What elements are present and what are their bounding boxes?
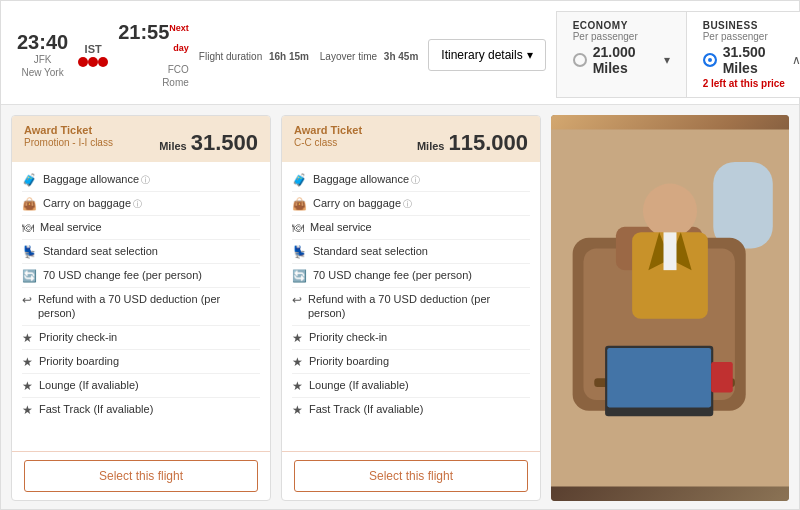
next-day-label: Next day [169,23,189,53]
meal-icon-2: 🍽 [292,221,304,235]
info-icon: ⓘ [411,175,420,185]
feature-checkin-2: ★ Priority check-in [292,326,530,350]
feature-refund-1: ↩ Refund with a 70 USD deduction (per pe… [22,288,260,326]
business-radio[interactable] [703,53,717,67]
select-flight-2[interactable]: Select this flight [294,460,528,492]
seat-icon-1: 💺 [22,245,37,259]
feature-meal-2: 🍽 Meal service [292,216,530,240]
card-header-1: Award Ticket Promotion - I-I class Miles… [12,116,270,162]
lounge-icon-1: ★ [22,379,33,393]
feature-track-1: ★ Fast Track (If avaliable) [22,398,260,421]
boarding-icon-2: ★ [292,355,303,369]
feature-boarding-1: ★ Priority boarding [22,350,260,374]
arrival-time: 21:55Next day [118,22,189,62]
carry-icon-1: 👜 [22,197,37,211]
feature-baggage-1: 🧳 Baggage allowanceⓘ [22,168,260,192]
feature-boarding-2: ★ Priority boarding [292,350,530,374]
business-miles-row: 31.500 Miles ∧ [703,44,800,76]
feature-change-1: 🔄 70 USD change fee (per person) [22,264,260,288]
departure-city: New York [17,67,68,78]
flight-times: 23:40 JFK New York IST 21:55Next day FC [17,22,189,88]
svg-rect-15 [711,362,733,392]
business-class-image [551,115,789,501]
change-icon-2: 🔄 [292,269,307,283]
svg-rect-12 [664,232,677,270]
arrival-dot [98,57,108,67]
cards-area: Award Ticket Promotion - I-I class Miles… [1,105,799,509]
checkin-icon-2: ★ [292,331,303,345]
departure-dot [78,57,88,67]
itinerary-button[interactable]: Itinerary details ▾ [428,39,545,71]
tab-economy[interactable]: ECONOMY Per passenger 21.000 Miles ▾ [557,12,687,97]
stop-dot [88,57,98,67]
feature-carry-2: 👜 Carry on baggageⓘ [292,192,530,216]
tab-business[interactable]: BUSINESS Per passenger 31.500 Miles ∧ 2 … [687,12,800,97]
change-icon-1: 🔄 [22,269,37,283]
feature-meal-1: 🍽 Meal service [22,216,260,240]
feature-baggage-2: 🧳 Baggage allowanceⓘ [292,168,530,192]
info-icon: ⓘ [403,199,412,209]
baggage-icon-1: 🧳 [22,173,37,187]
departure-block: 23:40 JFK New York [17,32,68,78]
info-icon: ⓘ [133,199,142,209]
feature-checkin-1: ★ Priority check-in [22,326,260,350]
economy-radio[interactable] [573,53,587,67]
arrival-city: Rome [118,77,189,88]
lounge-icon-2: ★ [292,379,303,393]
feature-list-2: 🧳 Baggage allowanceⓘ 👜 Carry on baggageⓘ… [282,162,540,451]
feature-carry-1: 👜 Carry on baggageⓘ [22,192,260,216]
flight-bar: 23:40 JFK New York IST 21:55Next day FC [1,1,799,105]
seat-icon-2: 💺 [292,245,307,259]
svg-rect-1 [713,162,773,249]
feature-seat-2: 💺 Standard seat selection [292,240,530,264]
plane-image [551,115,789,501]
feature-lounge-2: ★ Lounge (If avaliable) [292,374,530,398]
arrival-block: 21:55Next day FCO Rome [118,22,189,88]
ticket-card-2: Award Ticket C-C class Miles 115.000 🧳 B… [281,115,541,501]
ticket-card-1: Award Ticket Promotion - I-I class Miles… [11,115,271,501]
info-icon: ⓘ [141,175,150,185]
track-icon-2: ★ [292,403,303,417]
economy-miles-row: 21.000 Miles ▾ [573,44,670,76]
boarding-icon-1: ★ [22,355,33,369]
layover-code: IST [85,43,102,55]
arrival-airport: FCO [118,64,189,75]
feature-list-1: 🧳 Baggage allowanceⓘ 👜 Carry on baggageⓘ… [12,162,270,451]
carry-icon-2: 👜 [292,197,307,211]
feature-track-2: ★ Fast Track (If avaliable) [292,398,530,421]
track-icon-1: ★ [22,403,33,417]
duration-bar: Flight duration 16h 15m Layover time 3h … [199,51,418,62]
meal-icon-1: 🍽 [22,221,34,235]
route-dots [78,57,108,67]
card-footer-1: Select this flight [12,451,270,500]
feature-refund-2: ↩ Refund with a 70 USD deduction (per pe… [292,288,530,326]
checkin-icon-1: ★ [22,331,33,345]
departure-time: 23:40 [17,32,68,52]
svg-point-8 [643,184,697,238]
class-tabs: ECONOMY Per passenger 21.000 Miles ▾ BUS… [556,11,800,98]
feature-seat-1: 💺 Standard seat selection [22,240,260,264]
svg-rect-7 [607,348,711,408]
route-line: IST [68,43,118,67]
baggage-icon-2: 🧳 [292,173,307,187]
card-footer-2: Select this flight [282,451,540,500]
select-flight-1[interactable]: Select this flight [24,460,258,492]
feature-change-2: 🔄 70 USD change fee (per person) [292,264,530,288]
card-header-2: Award Ticket C-C class Miles 115.000 [282,116,540,162]
refund-icon-1: ↩ [22,293,32,307]
departure-airport: JFK [17,54,68,65]
feature-lounge-1: ★ Lounge (If avaliable) [22,374,260,398]
plane-interior-svg [551,115,789,501]
refund-icon-2: ↩ [292,293,302,307]
